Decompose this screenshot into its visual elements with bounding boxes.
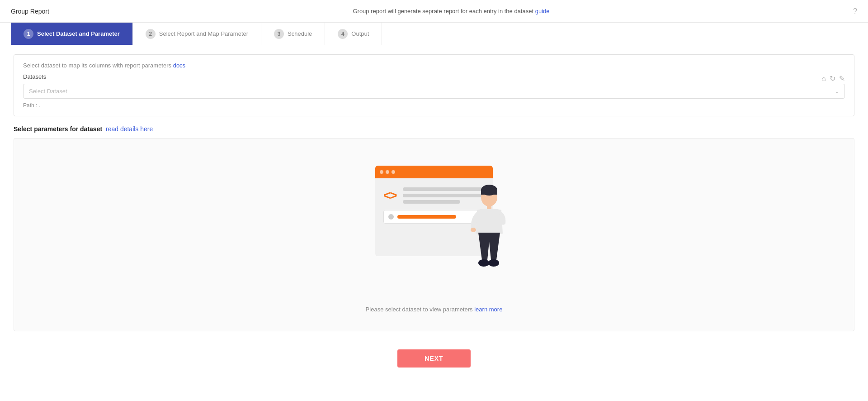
person-svg [466, 184, 511, 283]
step-1[interactable]: 1 Select Dataset and Parameter [11, 23, 133, 45]
info-text: Group report will generate seprate repor… [49, 8, 853, 14]
footer: NEXT [14, 340, 854, 381]
step-4-number: 4 [338, 29, 348, 39]
top-bar: Group Report Group report will generate … [0, 0, 868, 23]
step-1-number: 1 [24, 29, 33, 39]
input-dot [388, 214, 394, 220]
step-2[interactable]: 2 Select Report and Map Parameter [133, 23, 261, 45]
empty-state-box: <> [14, 138, 854, 331]
dot-2 [386, 170, 389, 174]
step-4[interactable]: 4 Output [325, 23, 382, 45]
step-3-label: Schedule [288, 30, 312, 37]
learn-more-link[interactable]: learn more [474, 306, 502, 313]
person-figure [466, 184, 511, 283]
code-chevrons-icon: <> [383, 188, 396, 203]
dataset-select-wrapper: Select Dataset ⌄ [23, 84, 845, 99]
svg-rect-2 [481, 190, 497, 195]
dataset-section: Select dataset to map its columns with r… [14, 54, 854, 116]
docs-link[interactable]: docs [173, 62, 185, 69]
code-line-3 [403, 200, 460, 204]
steps-nav: 1 Select Dataset and Parameter 2 Select … [0, 23, 868, 45]
dataset-icons: ⌂ ↻ ✎ [821, 74, 845, 83]
step-3-number: 3 [274, 29, 284, 39]
step-3[interactable]: 3 Schedule [261, 23, 325, 45]
page-title: Group Report [11, 8, 49, 15]
step-2-number: 2 [146, 29, 156, 39]
main-content: Select dataset to map its columns with r… [0, 45, 868, 390]
step-2-label: Select Report and Map Parameter [159, 30, 248, 37]
illustration: <> [348, 157, 520, 297]
params-title: Select parameters for dataset read detai… [14, 125, 854, 133]
step-1-label: Select Dataset and Parameter [37, 30, 120, 37]
dataset-header: Datasets ⌂ ↻ ✎ [23, 73, 845, 84]
step-4-label: Output [351, 30, 369, 37]
next-button[interactable]: NEXT [397, 349, 470, 368]
input-bar [397, 215, 456, 219]
reload-icon[interactable]: ↻ [830, 74, 835, 83]
path-row: Path : . [23, 102, 845, 109]
dot-3 [392, 170, 395, 174]
dataset-select[interactable]: Select Dataset [23, 84, 845, 99]
browser-titlebar [375, 166, 493, 178]
help-icon[interactable]: ? [853, 7, 857, 15]
datasets-label: Datasets [23, 73, 46, 80]
dataset-info: Select dataset to map its columns with r… [23, 62, 845, 69]
params-section: Select parameters for dataset read detai… [14, 125, 854, 331]
empty-state-text: Please select dataset to view parameters… [366, 306, 503, 313]
guide-link[interactable]: guide [535, 8, 550, 14]
home-icon[interactable]: ⌂ [821, 75, 826, 83]
dot-1 [380, 170, 383, 174]
edit-icon[interactable]: ✎ [839, 74, 845, 83]
read-details-link[interactable]: read details here [106, 125, 153, 133]
svg-point-4 [471, 228, 476, 232]
